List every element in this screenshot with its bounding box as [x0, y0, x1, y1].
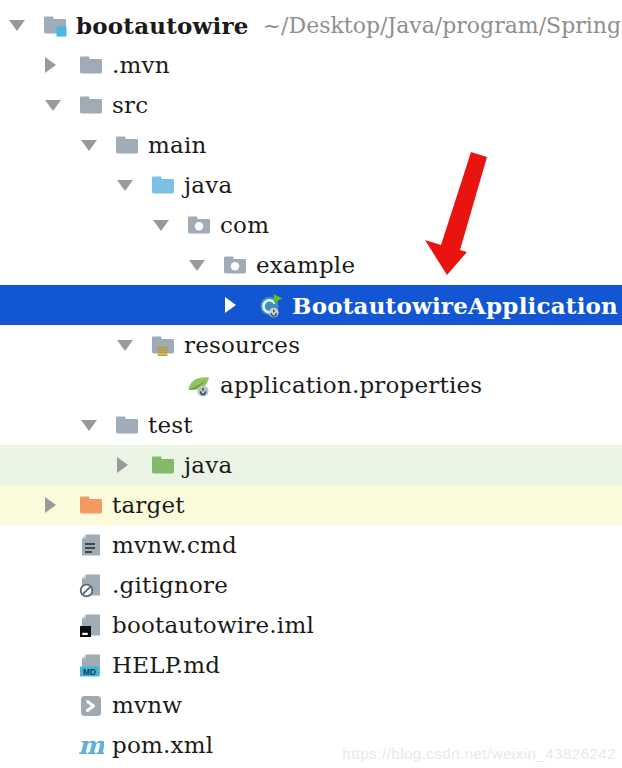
- tree-item-label: mvnw.cmd: [112, 532, 237, 558]
- spring-boot-class-icon: [258, 292, 284, 318]
- shell-file-icon: [78, 692, 104, 718]
- tree-row--mvn[interactable]: .mvn: [0, 45, 622, 85]
- excluded-folder-icon: [78, 492, 104, 518]
- tree-item-label: src: [112, 92, 148, 118]
- tree-item-label: .gitignore: [112, 572, 228, 598]
- tree-item-label: resources: [184, 332, 300, 358]
- tree-row-example[interactable]: example: [0, 245, 622, 285]
- chevron-right-icon: [45, 497, 56, 513]
- expanded-toggle-icon[interactable]: [117, 180, 150, 191]
- chevron-right-icon: [117, 457, 128, 473]
- tree-item-label: bootautowire: [76, 12, 249, 39]
- chevron-down-icon: [81, 140, 97, 151]
- spring-properties-file-icon: [186, 372, 212, 398]
- folder-icon: [114, 412, 140, 438]
- expanded-toggle-icon[interactable]: [117, 340, 150, 351]
- tree-row-pom-xml[interactable]: mpom.xml: [0, 725, 622, 765]
- tree-item-label: pom.xml: [112, 732, 213, 758]
- chevron-down-icon: [117, 340, 133, 351]
- tree-row-bootautowire[interactable]: bootautowire~/Desktop/Java/program/Sprin…: [0, 5, 622, 45]
- tree-item-label: bootautowire.iml: [112, 612, 314, 638]
- tree-item-label: HELP.md: [112, 652, 220, 678]
- tree-item-label: java: [184, 452, 232, 478]
- tree-row--gitignore[interactable]: .gitignore: [0, 565, 622, 605]
- tree-row-bootautowire-iml[interactable]: bootautowire.iml: [0, 605, 622, 645]
- chevron-down-icon: [117, 180, 133, 191]
- project-path: ~/Desktop/Java/program/Spring: [263, 13, 621, 38]
- tree-row-application-properties[interactable]: application.properties: [0, 365, 622, 405]
- chevron-right-icon: [45, 57, 56, 73]
- markdown-file-icon: MD: [78, 652, 104, 678]
- tree-item-label: .mvn: [112, 52, 170, 78]
- expanded-toggle-icon[interactable]: [45, 100, 78, 111]
- tree-row-java[interactable]: java: [0, 445, 622, 485]
- module-file-icon: [78, 612, 104, 638]
- tree-item-label: target: [112, 492, 185, 518]
- tree-item-label: java: [184, 172, 232, 198]
- tree-row-mvnw-cmd[interactable]: mvnw.cmd: [0, 525, 622, 565]
- chevron-down-icon: [45, 100, 61, 111]
- chevron-down-icon: [9, 20, 25, 31]
- tree-item-label: application.properties: [220, 372, 482, 398]
- tree-row-bootautowireapplication[interactable]: BootautowireApplication: [0, 285, 622, 325]
- expanded-toggle-icon[interactable]: [189, 260, 222, 271]
- tree-row-main[interactable]: main: [0, 125, 622, 165]
- resources-root-folder-icon: [150, 332, 176, 358]
- test-root-folder-icon: [150, 452, 176, 478]
- collapsed-toggle-icon[interactable]: [117, 457, 150, 473]
- expanded-toggle-icon[interactable]: [81, 140, 114, 151]
- tree-item-label: com: [220, 212, 269, 238]
- svg-text:m: m: [78, 732, 104, 758]
- ignored-file-icon: [78, 572, 104, 598]
- folder-icon: [78, 92, 104, 118]
- tree-row-test[interactable]: test: [0, 405, 622, 445]
- project-tree: bootautowire~/Desktop/Java/program/Sprin…: [0, 0, 622, 765]
- sources-root-folder-icon: [150, 172, 176, 198]
- tree-row-java[interactable]: java: [0, 165, 622, 205]
- collapsed-toggle-icon[interactable]: [45, 497, 78, 513]
- tree-row-mvnw[interactable]: mvnw: [0, 685, 622, 725]
- expanded-toggle-icon[interactable]: [81, 420, 114, 431]
- tree-row-target[interactable]: target: [0, 485, 622, 525]
- svg-text:MD: MD: [83, 667, 96, 677]
- tree-item-label: test: [148, 412, 193, 438]
- chevron-right-icon: [225, 297, 236, 313]
- tree-row-src[interactable]: src: [0, 85, 622, 125]
- collapsed-toggle-icon[interactable]: [45, 57, 78, 73]
- tree-row-help-md[interactable]: MDHELP.md: [0, 645, 622, 685]
- intellij-project-tree-panel: { "project_tree": { "rows": [ { "label":…: [0, 0, 622, 768]
- project-root-folder-icon: [42, 12, 68, 38]
- folder-icon: [78, 52, 104, 78]
- tree-item-label: example: [256, 252, 355, 278]
- package-folder-icon: [186, 212, 212, 238]
- maven-file-icon: m: [78, 732, 104, 758]
- package-folder-icon: [222, 252, 248, 278]
- tree-row-com[interactable]: com: [0, 205, 622, 245]
- tree-item-label: main: [148, 132, 207, 158]
- folder-icon: [114, 132, 140, 158]
- chevron-down-icon: [81, 420, 97, 431]
- text-file-icon: [78, 532, 104, 558]
- collapsed-toggle-icon[interactable]: [225, 297, 258, 313]
- chevron-down-icon: [153, 220, 169, 231]
- chevron-down-icon: [189, 260, 205, 271]
- tree-row-resources[interactable]: resources: [0, 325, 622, 365]
- tree-item-label: mvnw: [112, 692, 182, 718]
- expanded-toggle-icon[interactable]: [9, 20, 42, 31]
- tree-item-label: BootautowireApplication: [292, 292, 618, 319]
- expanded-toggle-icon[interactable]: [153, 220, 186, 231]
